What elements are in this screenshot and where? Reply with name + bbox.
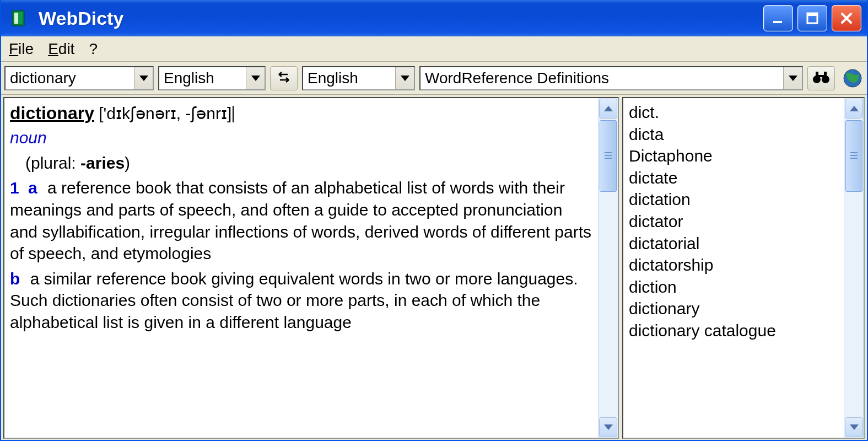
sense-1-number: 1	[10, 179, 19, 197]
lang-to-value: English	[303, 69, 395, 87]
window-buttons	[763, 5, 861, 31]
svg-rect-8	[816, 72, 818, 77]
svg-rect-2	[14, 13, 18, 24]
search-button[interactable]	[807, 66, 835, 90]
def-plural-suffix: -aries	[80, 154, 125, 172]
scroll-down-icon[interactable]	[599, 417, 617, 437]
scroll-track[interactable]	[599, 119, 618, 417]
menu-edit[interactable]: Edit	[48, 40, 74, 58]
lang-to-combo[interactable]: English	[302, 66, 415, 90]
text-cursor	[233, 106, 234, 122]
menu-edit-rest: dit	[58, 40, 75, 57]
menu-file-rest: ile	[18, 40, 34, 57]
globe-icon[interactable]	[842, 67, 864, 89]
svg-rect-10	[818, 75, 824, 77]
scroll-track[interactable]	[844, 119, 864, 417]
definition-scrollbar[interactable]	[598, 98, 618, 438]
def-pronunciation: ['dɪkʃənərɪ, -ʃənrɪ]	[99, 104, 231, 122]
app-window: WebDicty File Edit ? dictionary English	[0, 0, 868, 441]
sense-1b-letter: b	[10, 270, 20, 288]
scroll-thumb[interactable]	[845, 120, 862, 192]
list-item[interactable]: dictate	[629, 167, 838, 189]
list-item[interactable]: Dictaphone	[629, 145, 838, 167]
close-button[interactable]	[832, 5, 861, 31]
def-plural: (plural: -aries)	[10, 152, 592, 174]
app-icon	[9, 8, 29, 28]
source-value: WordReference Definitions	[420, 69, 783, 87]
list-item[interactable]: dictionary	[629, 298, 838, 320]
lang-from-value: English	[159, 69, 246, 87]
search-term-combo[interactable]: dictionary	[4, 66, 154, 90]
swap-icon	[276, 69, 292, 88]
lang-from-combo[interactable]: English	[158, 66, 266, 90]
svg-rect-9	[824, 72, 827, 77]
search-term-dropdown-icon[interactable]	[134, 67, 153, 89]
def-plural-close: )	[125, 154, 130, 172]
sense-1a: 1 a a reference book that consists of an…	[10, 177, 592, 264]
list-item[interactable]: dictation	[629, 189, 838, 211]
wordlist-pane: dict.dictaDictaphonedictatedictationdict…	[622, 97, 865, 439]
scroll-thumb[interactable]	[600, 120, 617, 192]
swap-languages-button[interactable]	[270, 66, 298, 90]
sense-1a-letter: a	[28, 179, 37, 197]
list-item[interactable]: dict.	[629, 101, 838, 123]
definition-body[interactable]: dictionary ['dɪkʃənərɪ, -ʃənrɪ] noun (pl…	[4, 98, 598, 438]
scroll-down-icon[interactable]	[845, 417, 863, 437]
menu-file[interactable]: File	[9, 40, 34, 58]
svg-rect-3	[773, 21, 782, 23]
sense-1a-text: a reference book that consists of an alp…	[10, 179, 591, 262]
scroll-up-icon[interactable]	[599, 99, 617, 119]
window-title: WebDicty	[39, 8, 763, 29]
def-plural-label: (plural:	[25, 154, 80, 172]
list-item[interactable]: dictionary catalogue	[629, 320, 838, 342]
titlebar[interactable]: WebDicty	[1, 0, 867, 36]
sense-1b-text: a similar reference book giving equivale…	[10, 270, 578, 331]
list-item[interactable]: dictatorship	[629, 254, 838, 276]
list-item[interactable]: dictatorial	[629, 233, 838, 255]
source-combo[interactable]: WordReference Definitions	[419, 66, 803, 90]
source-dropdown-icon[interactable]	[783, 67, 802, 89]
menubar: File Edit ?	[1, 36, 867, 62]
wordlist-scrollbar[interactable]	[844, 98, 864, 438]
lang-from-dropdown-icon[interactable]	[246, 67, 265, 89]
scroll-up-icon[interactable]	[845, 99, 863, 119]
lang-to-dropdown-icon[interactable]	[395, 67, 414, 89]
definition-pane: dictionary ['dɪkʃənərɪ, -ʃənrɪ] noun (pl…	[3, 97, 619, 439]
def-headword: dictionary	[10, 103, 94, 123]
binoculars-icon	[812, 69, 831, 87]
sense-1b: b a similar reference book giving equiva…	[10, 268, 592, 334]
minimize-button[interactable]	[763, 5, 793, 31]
maximize-button[interactable]	[797, 5, 827, 31]
svg-rect-5	[807, 13, 817, 16]
toolbar: dictionary English English WordReference…	[1, 62, 867, 95]
list-item[interactable]: diction	[629, 276, 838, 298]
search-term-value[interactable]: dictionary	[6, 69, 134, 87]
list-item[interactable]: dictator	[629, 211, 838, 233]
wordlist-body[interactable]: dict.dictaDictaphonedictatedictationdict…	[623, 98, 844, 438]
list-item[interactable]: dicta	[629, 123, 838, 146]
def-part-of-speech: noun	[10, 127, 592, 149]
menu-help[interactable]: ?	[89, 40, 98, 58]
content-area: dictionary ['dɪkʃənərɪ, -ʃənrɪ] noun (pl…	[1, 95, 867, 440]
